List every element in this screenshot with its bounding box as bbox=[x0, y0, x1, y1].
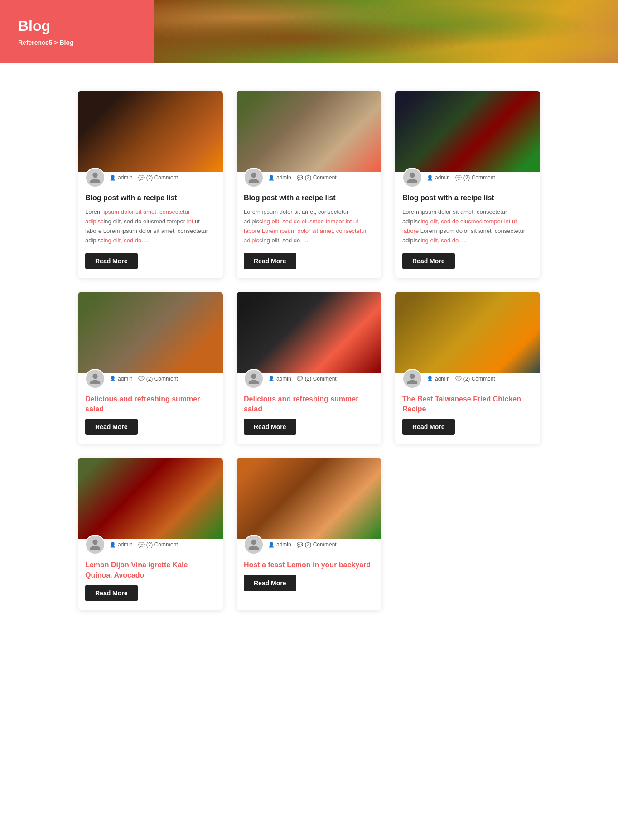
card-title-1: Blog post with a recipe list bbox=[85, 193, 216, 203]
user-icon-7: 👤 bbox=[110, 542, 116, 548]
read-more-button-5[interactable]: Read More bbox=[244, 419, 296, 435]
card-body-3: Blog post with a recipe list Lorem ipsum… bbox=[395, 191, 540, 278]
card-title-6: The Best Taiwanese Fried Chicken Recipe bbox=[402, 394, 533, 415]
avatar-6 bbox=[402, 369, 422, 389]
comment-item-5: 💬 (2) Comment bbox=[297, 376, 337, 382]
author-item-1: 👤 admin bbox=[110, 174, 133, 181]
card-excerpt-1: Lorem ipsum dolor sit amet, consectetur … bbox=[85, 208, 216, 245]
comment-item-4: 💬 (2) Comment bbox=[138, 376, 178, 382]
comment-count-5: (2) Comment bbox=[305, 376, 337, 382]
card-image-6 bbox=[395, 292, 540, 373]
blog-card-4: 👤 admin 💬 (2) Comment Delicious and refr… bbox=[78, 292, 223, 444]
card-excerpt-3: Lorem ipsum dolor sit amet, consectetur … bbox=[402, 208, 533, 245]
comment-count-7: (2) Comment bbox=[146, 541, 178, 548]
comment-item-1: 💬 (2) Comment bbox=[138, 174, 178, 181]
main-content: 👤 admin 💬 (2) Comment Blog post with a r… bbox=[60, 63, 558, 637]
card-title-8: Host a feast Lemon in your backyard bbox=[244, 560, 374, 570]
read-more-button-4[interactable]: Read More bbox=[85, 419, 138, 435]
blog-card-8: 👤 admin 💬 (2) Comment Host a feast Lemon… bbox=[237, 458, 381, 610]
card-image-5 bbox=[237, 292, 381, 373]
card-body-5: Delicious and refreshing summer salad Re… bbox=[237, 392, 381, 444]
blog-card-3: 👤 admin 💬 (2) Comment Blog post with a r… bbox=[395, 91, 540, 278]
card-body-1: Blog post with a recipe list Lorem ipsum… bbox=[78, 191, 223, 278]
card-meta-row-2: 👤 admin 💬 (2) Comment bbox=[237, 162, 381, 191]
meta-info-6: 👤 admin 💬 (2) Comment bbox=[427, 376, 495, 382]
card-body-6: The Best Taiwanese Fried Chicken Recipe … bbox=[395, 392, 540, 444]
blog-cards-row-1: 👤 admin 💬 (2) Comment Blog post with a r… bbox=[78, 91, 540, 278]
author-item-5: 👤 admin bbox=[268, 376, 291, 382]
read-more-button-1[interactable]: Read More bbox=[85, 253, 138, 269]
card-title-2: Blog post with a recipe list bbox=[244, 193, 374, 203]
blog-card-6: 👤 admin 💬 (2) Comment The Best Taiwanese… bbox=[395, 292, 540, 444]
user-icon-8: 👤 bbox=[268, 542, 275, 548]
avatar-2 bbox=[244, 168, 264, 188]
card-meta-row-4: 👤 admin 💬 (2) Comment bbox=[78, 363, 223, 392]
comment-icon-3: 💬 bbox=[455, 175, 462, 181]
meta-info-4: 👤 admin 💬 (2) Comment bbox=[110, 376, 178, 382]
comment-icon-1: 💬 bbox=[138, 175, 145, 181]
comment-count-6: (2) Comment bbox=[464, 376, 495, 382]
card-body-4: Delicious and refreshing summer salad Re… bbox=[78, 392, 223, 444]
avatar-1 bbox=[85, 168, 105, 188]
user-icon-5: 👤 bbox=[268, 376, 275, 381]
card-meta-row-8: 👤 admin 💬 (2) Comment bbox=[237, 529, 381, 558]
empty-placeholder bbox=[395, 458, 540, 610]
comment-count-3: (2) Comment bbox=[464, 174, 495, 181]
read-more-button-6[interactable]: Read More bbox=[402, 419, 455, 435]
breadcrumb-base: Reference5 bbox=[18, 39, 53, 46]
author-label-2: admin bbox=[276, 174, 291, 181]
blog-cards-row-2: 👤 admin 💬 (2) Comment Delicious and refr… bbox=[78, 292, 540, 444]
card-body-7: Lemon Dijon Vina igrette Kale Quinoa, Av… bbox=[78, 558, 223, 610]
meta-info-8: 👤 admin 💬 (2) Comment bbox=[268, 541, 337, 548]
comment-item-7: 💬 (2) Comment bbox=[138, 541, 178, 548]
read-more-button-7[interactable]: Read More bbox=[85, 585, 138, 601]
author-item-2: 👤 admin bbox=[268, 174, 291, 181]
card-title-5: Delicious and refreshing summer salad bbox=[244, 394, 374, 415]
comment-icon-2: 💬 bbox=[297, 175, 303, 181]
user-icon-2: 👤 bbox=[268, 175, 275, 181]
comment-count-8: (2) Comment bbox=[305, 541, 337, 548]
comment-icon-6: 💬 bbox=[455, 376, 462, 381]
card-title-3: Blog post with a recipe list bbox=[402, 193, 533, 203]
avatar-5 bbox=[244, 369, 264, 389]
header-left: Blog Reference5 > Blog bbox=[0, 0, 154, 63]
user-icon-4: 👤 bbox=[110, 376, 116, 381]
meta-info-7: 👤 admin 💬 (2) Comment bbox=[110, 541, 178, 548]
comment-icon-4: 💬 bbox=[138, 376, 145, 381]
comment-item-6: 💬 (2) Comment bbox=[455, 376, 495, 382]
breadcrumb-separator: > bbox=[54, 39, 59, 46]
card-image-8 bbox=[237, 458, 381, 539]
user-icon-6: 👤 bbox=[427, 376, 433, 381]
card-meta-row-6: 👤 admin 💬 (2) Comment bbox=[395, 363, 540, 392]
avatar-3 bbox=[402, 168, 422, 188]
author-item-7: 👤 admin bbox=[110, 541, 133, 548]
avatar-4 bbox=[85, 369, 105, 389]
comment-icon-8: 💬 bbox=[297, 542, 303, 548]
avatar-8 bbox=[244, 535, 264, 555]
blog-card-1: 👤 admin 💬 (2) Comment Blog post with a r… bbox=[78, 91, 223, 278]
author-item-6: 👤 admin bbox=[427, 376, 450, 382]
card-image-3 bbox=[395, 91, 540, 172]
card-title-7: Lemon Dijon Vina igrette Kale Quinoa, Av… bbox=[85, 560, 216, 580]
comment-icon-5: 💬 bbox=[297, 376, 303, 381]
user-icon-1: 👤 bbox=[110, 175, 116, 181]
read-more-button-8[interactable]: Read More bbox=[244, 575, 296, 591]
comment-item-8: 💬 (2) Comment bbox=[297, 541, 337, 548]
page-header: Blog Reference5 > Blog bbox=[0, 0, 618, 63]
card-excerpt-2: Lorem ipsum dolor sit amet, consectetur … bbox=[244, 208, 374, 245]
card-body-8: Host a feast Lemon in your backyard Read… bbox=[237, 558, 381, 600]
read-more-button-3[interactable]: Read More bbox=[402, 253, 455, 269]
read-more-button-2[interactable]: Read More bbox=[244, 253, 296, 269]
breadcrumb: Reference5 > Blog bbox=[18, 39, 136, 46]
card-meta-row-7: 👤 admin 💬 (2) Comment bbox=[78, 529, 223, 558]
card-image-1 bbox=[78, 91, 223, 172]
page-title: Blog bbox=[18, 18, 136, 34]
author-label-6: admin bbox=[435, 376, 450, 382]
meta-info-1: 👤 admin 💬 (2) Comment bbox=[110, 174, 178, 181]
author-item-8: 👤 admin bbox=[268, 541, 291, 548]
author-label-5: admin bbox=[276, 376, 291, 382]
comment-count-2: (2) Comment bbox=[305, 174, 337, 181]
card-image-4 bbox=[78, 292, 223, 373]
comment-item-3: 💬 (2) Comment bbox=[455, 174, 495, 181]
card-meta-row-5: 👤 admin 💬 (2) Comment bbox=[237, 363, 381, 392]
